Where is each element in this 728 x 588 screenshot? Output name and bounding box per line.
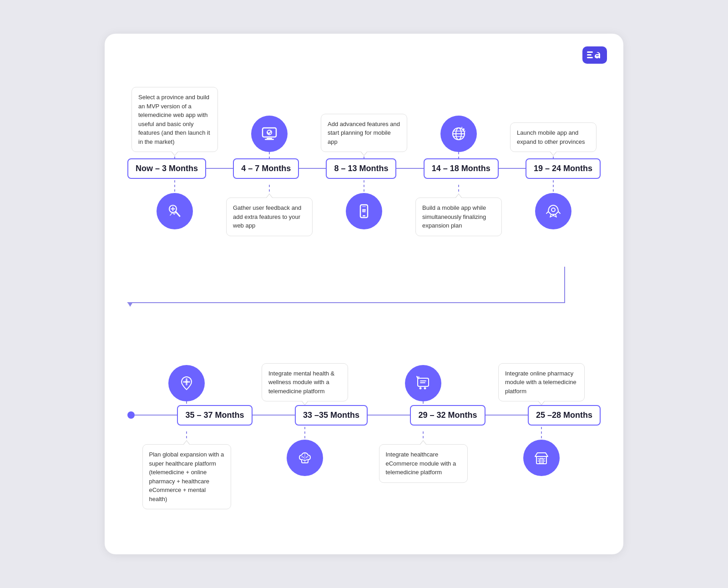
phase6-text-bubble-bot: Plan global expansion with a super healt… [142, 444, 231, 509]
svg-point-26 [551, 208, 555, 212]
svg-point-15 [465, 131, 465, 132]
connector-3-4 [396, 168, 423, 169]
svg-point-38 [424, 387, 426, 390]
svg-point-13 [463, 128, 465, 130]
phase8-text-bubble-bot: Integrate healthcare eCommerce module wi… [379, 444, 468, 483]
svg-rect-23 [362, 209, 366, 213]
connector-4-5 [499, 168, 526, 169]
phase4-top [411, 52, 506, 161]
connector-7-8 [368, 415, 410, 416]
phase5-label: 19 – 24 Months [526, 158, 601, 179]
monitor-icon [251, 116, 288, 152]
phase7-bottom [246, 427, 364, 527]
phase1-bottom [127, 180, 222, 280]
svg-point-30 [186, 378, 187, 381]
shopping-cart-icon [405, 365, 441, 401]
phase7-label: 33 –35 Months [295, 405, 368, 426]
phase9-dashed-bot [541, 427, 542, 440]
svg-point-44 [538, 458, 539, 460]
phase3-bottom [317, 180, 411, 280]
svg-point-46 [544, 458, 546, 460]
phase1-dashed-bot [174, 180, 175, 193]
svg-rect-42 [540, 458, 543, 464]
phase8-label: 29 – 32 Months [410, 405, 485, 426]
svg-point-32 [183, 381, 186, 383]
svg-rect-39 [417, 376, 420, 378]
pharmacy-icon [523, 440, 560, 476]
phase1-text-bubble: Select a province and build an MVP versi… [131, 87, 218, 152]
svg-rect-34 [418, 378, 429, 386]
svg-line-28 [558, 212, 560, 213]
phase6-top [127, 303, 246, 412]
phase9-text-bubble: Integrate online pharmacy module with a … [498, 363, 585, 402]
phase1-top: Select a province and build an MVP versi… [127, 52, 222, 161]
rocket-icon [535, 193, 571, 229]
phase7-top: Integrate mental health & wellness modul… [246, 303, 364, 412]
phase2-text-bubble-bot: Gather user feedback and add extra featu… [226, 198, 313, 236]
row1-bottom: Gather user feedback and add extra featu… [127, 180, 601, 267]
phase9-bottom [482, 427, 601, 527]
connector-6-7 [253, 415, 295, 416]
phase7-dashed-bot [304, 427, 305, 440]
timeline-start-dot [127, 411, 135, 419]
phase1-label: Now – 3 Months [127, 158, 206, 179]
svg-rect-4 [263, 128, 276, 137]
phase5-top: Launch mobile app and expand to other pr… [506, 52, 601, 161]
svg-rect-6 [265, 139, 274, 140]
connector-1-2 [206, 168, 233, 169]
phase3-dashed-bot [364, 180, 364, 193]
phase6-bottom: Plan global expansion with a super healt… [127, 427, 246, 527]
phase3-label: 8 – 13 Months [326, 158, 396, 179]
row2-bottom: Plan global expansion with a super healt… [127, 427, 601, 527]
phase-bar-row1: Now – 3 Months 4 – 7 Months 8 – 13 Month… [127, 157, 601, 180]
globe-icon [440, 116, 477, 152]
phase5-dashed-bot [553, 180, 554, 193]
map-search-icon [157, 193, 193, 229]
svg-point-37 [420, 387, 422, 390]
vert-connector [564, 267, 566, 303]
svg-line-27 [546, 212, 548, 213]
phase5-bottom [506, 180, 601, 280]
svg-rect-21 [363, 215, 365, 217]
location-flower-icon [168, 365, 205, 401]
svg-point-33 [187, 381, 190, 383]
connector-2-3 [299, 168, 326, 169]
connector-8-9 [485, 415, 528, 416]
brain-icon [287, 440, 323, 476]
svg-point-14 [461, 127, 463, 128]
roadmap: Select a province and build an MVP versi… [127, 52, 601, 527]
phase8-bottom: Integrate healthcare eCommerce module wi… [364, 427, 482, 527]
phase7-text-bubble: Integrate mental health & wellness modul… [262, 363, 348, 402]
phase2-top [222, 52, 317, 161]
phase4-text-bubble-bot: Build a mobile app while simultaneously … [415, 198, 502, 236]
connector-dot-6 [135, 415, 177, 416]
phase2-label: 4 – 7 Months [233, 158, 299, 179]
phase2-bottom: Gather user feedback and add extra featu… [222, 180, 317, 280]
phase6-label: 35 – 37 Months [177, 405, 252, 426]
svg-point-31 [186, 383, 187, 385]
phase3-text-bubble: Add advanced features and start planning… [321, 114, 407, 152]
phase3-top: Add advanced features and start planning… [317, 52, 411, 161]
phase-bar-row2: 35 – 37 Months 33 –35 Months 29 – 32 Mon… [127, 403, 601, 427]
mobile-icon [346, 193, 382, 229]
svg-point-45 [538, 461, 539, 462]
phase8-top [364, 303, 482, 412]
svg-point-47 [544, 461, 546, 462]
phase5-text-bubble: Launch mobile app and expand to other pr… [510, 122, 597, 152]
main-card: Select a province and build an MVP versi… [105, 34, 623, 554]
phase9-label: 25 –28 Months [528, 405, 601, 426]
phase9-top: Integrate online pharmacy module with a … [482, 303, 601, 412]
row-connector [127, 267, 601, 303]
phase4-bottom: Build a mobile app while simultaneously … [411, 180, 506, 280]
svg-rect-22 [362, 206, 366, 207]
row2-top: Integrate mental health & wellness modul… [127, 303, 601, 403]
phase4-label: 14 – 18 Months [424, 158, 499, 179]
